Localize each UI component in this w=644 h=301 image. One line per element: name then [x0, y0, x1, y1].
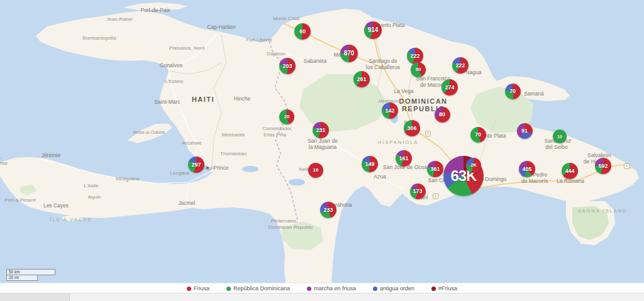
- cluster-marker[interactable]: 80: [435, 107, 450, 123]
- cluster-marker[interactable]: 10: [308, 163, 323, 178]
- lake-enriquillo: [289, 179, 305, 186]
- cluster-marker[interactable]: 592: [595, 158, 611, 174]
- legend-item[interactable]: marcha en friusa: [307, 285, 356, 292]
- map-label: Cap-Haïtien: [207, 24, 236, 30]
- geo-dashboard: Port-de-PaixJean-RabelBombardopolisCap-H…: [0, 0, 644, 301]
- legend-label: #Friusa: [438, 285, 457, 292]
- scale-mi: 20 mi: [6, 275, 38, 281]
- cluster-marker[interactable]: 274: [441, 79, 458, 96]
- cluster-marker[interactable]: 914: [364, 21, 382, 39]
- cluster-count: 80: [439, 112, 445, 118]
- cluster-marker[interactable]: 173: [410, 183, 426, 199]
- map-terrain: Port-de-PaixJean-RabelBombardopolisCap-H…: [0, 0, 644, 283]
- cluster-count: 203: [282, 63, 292, 69]
- cluster-marker[interactable]: 870: [340, 45, 358, 62]
- cluster-count: 149: [365, 161, 374, 167]
- map-label: ÎLE À VACHE: [49, 217, 92, 222]
- cluster-marker[interactable]: 91: [517, 123, 533, 139]
- cluster-count: 405: [522, 167, 531, 172]
- cluster-marker[interactable]: 231: [313, 122, 329, 138]
- map-label: los Caballeros: [366, 64, 400, 70]
- scale-bar: 50 km 20 mi: [6, 269, 55, 281]
- cluster-marker[interactable]: 60: [294, 23, 311, 40]
- map-label: L'Estère: [165, 79, 184, 84]
- legend-dot-icon: [226, 287, 231, 291]
- cluster-count: 914: [368, 27, 379, 33]
- map-label: Dajabón: [267, 51, 286, 57]
- map-label: La Vega: [394, 88, 413, 94]
- cluster-count: 20: [284, 114, 290, 119]
- cluster-count: 361: [430, 167, 440, 172]
- map-label: San Juan de: [308, 138, 338, 144]
- map-label: del Seibo: [545, 144, 568, 150]
- bottom-strip-cell: [0, 293, 70, 301]
- cluster-marker[interactable]: 297: [188, 156, 204, 173]
- cluster-marker[interactable]: 444: [562, 163, 578, 179]
- map-label: Moron,: [0, 154, 1, 160]
- cluster-marker[interactable]: 20: [279, 109, 294, 124]
- map-label: Jacmel: [179, 200, 196, 206]
- cluster-marker[interactable]: 142: [382, 102, 398, 119]
- cluster-count: 173: [413, 189, 422, 194]
- cluster-count: 10: [313, 168, 319, 173]
- cluster-marker[interactable]: 261: [353, 71, 370, 87]
- map-label: Salvaleón: [587, 152, 611, 158]
- legend-item[interactable]: Friusa: [187, 285, 209, 292]
- map-canvas[interactable]: Port-de-PaixJean-RabelBombardopolisCap-H…: [0, 0, 644, 283]
- map-label: SAONA ISLAND: [577, 208, 627, 214]
- cluster-count: 161: [399, 156, 408, 161]
- cluster-count: 222: [410, 53, 419, 59]
- map-label: Mirebalais: [222, 132, 245, 138]
- cluster-marker[interactable]: 203: [279, 58, 296, 74]
- cluster-marker[interactable]: 2K: [466, 158, 481, 173]
- cluster-count: 274: [445, 85, 454, 90]
- map-label: Jean-Rabel: [107, 16, 133, 22]
- cluster-count: 870: [344, 50, 355, 57]
- cluster-marker[interactable]: 233: [320, 202, 336, 218]
- legend-dot-icon: [373, 287, 377, 291]
- cluster-marker[interactable]: 306: [404, 120, 420, 136]
- cluster-marker[interactable]: 361: [427, 161, 443, 177]
- map-label: Dominican Republic: [268, 224, 313, 230]
- map-label: Hinche: [234, 96, 251, 102]
- map-label: Léogâne: [170, 170, 190, 176]
- cluster-count: 306: [407, 126, 416, 131]
- cluster-count: 261: [357, 77, 366, 82]
- cluster-marker[interactable]: 10: [553, 129, 567, 143]
- cluster-marker[interactable]: 222: [407, 48, 423, 64]
- map-label: Gonaïves: [160, 62, 182, 68]
- legend-item[interactable]: República Dominicana: [226, 285, 290, 292]
- map-label: Saint-Marc: [154, 99, 180, 105]
- cluster-marker[interactable]: 90: [411, 62, 426, 77]
- map-label: Fort-Liberté: [246, 37, 272, 43]
- cluster-marker[interactable]: 161: [396, 150, 412, 167]
- cluster-count: 142: [385, 108, 394, 114]
- map-label: de Macorís: [521, 178, 548, 184]
- map-label: Arcahaie: [182, 140, 202, 146]
- legend-label: Friusa: [194, 285, 209, 292]
- map-label: Nagua: [465, 69, 481, 75]
- cluster-marker[interactable]: 70: [470, 127, 486, 143]
- map-label: Thomazeau: [220, 151, 247, 156]
- map-label: d'Anse: [0, 160, 8, 166]
- map-label: la Maguana: [309, 144, 337, 150]
- cluster-count: 233: [323, 207, 333, 213]
- map-label: Pedernales,: [271, 218, 298, 224]
- road-shield: 3: [624, 163, 630, 169]
- legend-item[interactable]: #Friusa: [431, 285, 457, 292]
- cluster-count: 2K: [470, 163, 477, 168]
- road-shield: 1: [425, 131, 431, 136]
- cluster-marker[interactable]: 70: [505, 84, 521, 99]
- legend-dot-icon: [307, 287, 311, 291]
- map-label: Bombardopolis: [82, 35, 116, 41]
- cluster-count: 90: [416, 67, 421, 72]
- map-label: Miragoâne: [116, 176, 140, 182]
- map-label: Plaisance, Nord: [169, 45, 204, 51]
- cluster-marker[interactable]: 149: [362, 156, 378, 172]
- legend-item[interactable]: antigua orden: [373, 285, 414, 292]
- map-label: Samaná: [524, 90, 544, 97]
- cluster-marker[interactable]: 222: [452, 57, 469, 74]
- legend-label: República Dominicana: [233, 285, 290, 292]
- cluster-count: 231: [316, 128, 325, 133]
- cluster-marker[interactable]: 405: [519, 161, 535, 177]
